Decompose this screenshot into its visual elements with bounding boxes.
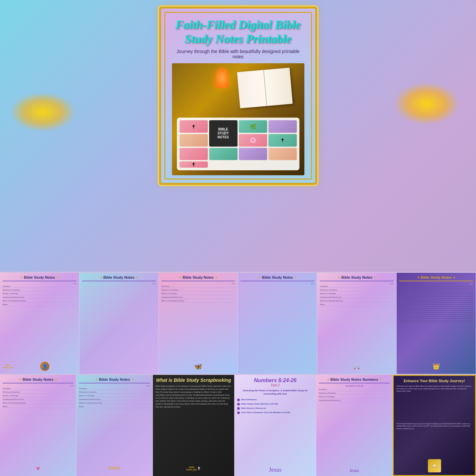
bullet-text-3: Bible History & Resources <box>241 407 266 409</box>
numbers-title: Numbers 6:24-26 <box>237 378 313 383</box>
bsn-title-6: ✦ Bible Study Notes ✦ <box>399 275 473 281</box>
thumbnail-1: ✦ Bible Study Notes ✦ Time Scripture Ref… <box>0 273 79 374</box>
footer-2 <box>82 361 156 371</box>
crown-icon: 👑 <box>433 363 440 370</box>
hearing-field-8: When I'm Hearing God Say <box>79 402 150 405</box>
bullet-dot-3 <box>237 407 240 410</box>
time-label-8: Time <box>79 385 150 387</box>
thumbnail-7: ✦ Bible Study Notes ✦ Time Scripture Ref… <box>0 375 76 476</box>
words-field-8: Words or Feelings <box>79 395 150 397</box>
main-product-card: Faith-Filled Digital Bible Study Notes P… <box>159 7 317 185</box>
bullet-2: Bible Chapter Notes (Numbers 6:24-26) <box>237 403 313 406</box>
name-field-1: Name <box>3 303 76 306</box>
lines-7 <box>3 409 73 463</box>
name-field-8: Name <box>79 406 150 408</box>
enhance-text-1: Understand and apply the Bible without t… <box>396 385 472 419</box>
bsn-title-1: ✦ Bible Study Notes ✦ <box>3 275 76 281</box>
bsn-title-3: ✦ Bible Study Notes ✦ <box>161 275 235 281</box>
god-loves-you-9: GODloves you <box>186 466 197 471</box>
note-card-blank5 <box>268 148 297 160</box>
supp-field-8: Supplemental Resources <box>79 398 150 401</box>
note-card-lines1 <box>180 134 208 147</box>
supp-field-11: Supplemental Resources <box>319 399 390 402</box>
thumbnail-row-1: ✦ Bible Study Notes ✦ Time Scripture Ref… <box>0 272 476 374</box>
time-label-6: Time <box>399 283 473 285</box>
note-card-cross2: ✝ <box>268 134 297 147</box>
note-card-flower: 🌸 <box>239 134 267 147</box>
warrior-icon: ⚔️ <box>353 363 360 370</box>
time-label-7: Time <box>3 385 73 387</box>
bsn-card-4: ✦ Bible Study Notes ✦ Time <box>238 273 317 374</box>
note-card-blank1 <box>268 120 297 133</box>
enhance-text-2: All of the information that you and you'… <box>396 423 472 457</box>
butterfly-icon: 🦋 <box>194 362 202 370</box>
glitter-decoration-left <box>10 92 76 132</box>
bsn-card-8: ✦ Bible Study Notes ✦ Time Scripture Ref… <box>76 375 153 476</box>
lines-4 <box>240 285 314 361</box>
scrapbook-text: Bible Study scrapbook is the practice of… <box>155 385 232 463</box>
thumbnail-8: ✦ Bible Study Notes ✦ Time Scripture Ref… <box>76 375 153 476</box>
thumbnail-10-numbers: Numbers 6:24-26 Part 2 Unlocking the Pow… <box>235 375 316 476</box>
thumbnail-3: ✦ Bible Study Notes ✦ Time Scripture Ref… <box>159 273 238 374</box>
lines-2 <box>82 285 156 361</box>
words-field-7: Words or Feelings <box>3 395 73 397</box>
footer-11: Jesus <box>319 463 390 473</box>
main-product-title: Faith-Filled Digital Bible Study Notes P… <box>172 18 304 46</box>
numbers-ref-11: Numbers 6:24-26 <box>319 385 390 387</box>
bullet-text-1: Word Definitions <box>241 398 257 401</box>
bullet-1: Word Definitions <box>237 398 313 401</box>
thumbnail-9-scrapbook: What is Bible Study Scrapbooking Bible S… <box>153 375 235 476</box>
enhance-footer: 📖 <box>396 459 472 472</box>
ref-field-3: Reference Scripture <box>161 289 235 292</box>
bsn-title-8: ✦ Bible Study Notes ✦ <box>79 378 150 383</box>
supp-field-1: Supplemental Resources <box>3 296 76 299</box>
bullet-text-2: Bible Chapter Notes (Numbers 6:24-26) <box>241 403 278 405</box>
footer-9: GODloves you ✝ <box>155 463 232 473</box>
main-card-inner: Faith-Filled Digital Bible Study Notes P… <box>164 12 312 180</box>
bullet-text-4: God's Plan to Empower Your Life (Numbers… <box>241 411 290 414</box>
star-left-1: ✦ <box>20 276 23 279</box>
note-card-cross3: ✝ <box>180 161 208 168</box>
footer-4 <box>240 361 314 371</box>
enhance-title: Enhance Your Bible Study Journey! <box>396 378 472 383</box>
time-label-1: Time <box>3 283 76 285</box>
lines-1 <box>3 307 76 361</box>
bsn-card-11: ✦ Bible Study Notes Numbers ✦ Numbers 6:… <box>316 375 392 476</box>
notes-grid-display: ✝ BIBLESTUDYNOTES 🌿 🌸 ✝ ✝ <box>177 118 299 170</box>
bsn-title-2: ✦ Bible Study Notes ✦ <box>82 275 156 281</box>
bullet-dot-4 <box>237 411 240 414</box>
glitter-decoration-right <box>394 82 460 125</box>
bullet-dot-1 <box>237 399 240 401</box>
time-label-2: Time <box>82 283 156 285</box>
scripture-field-5: Scripture <box>320 285 394 288</box>
thumbnail-11: ✦ Bible Study Notes Numbers ✦ Numbers 6:… <box>316 375 393 476</box>
numbers-subtitle: Unlocking the Power of Scripture: A Guid… <box>237 389 313 396</box>
lines-11 <box>319 403 390 463</box>
person-icon-1: 👤 <box>40 362 49 371</box>
note-card-blank2 <box>180 148 208 160</box>
bullet-3: Bible History & Resources <box>237 407 313 410</box>
words-field-5: Words or Feelings <box>320 293 394 295</box>
numbers-part: Part 2 <box>237 383 313 387</box>
lines-6 <box>399 285 473 361</box>
bsn-card-2: ✦ Bible Study Notes ✦ Time <box>79 273 158 374</box>
jesus-sig-11: Jesus <box>350 468 359 473</box>
bsn-card-3: ✦ Bible Study Notes ✦ Time Scripture Ref… <box>159 273 238 374</box>
supp-field-3: Supplemental Resources <box>161 296 235 299</box>
bsn-title-7: ✦ Bible Study Notes ✦ <box>3 378 73 383</box>
hearing-field-1: When I'm Hearing God Say <box>3 300 76 302</box>
scripture-field-11: Scripture <box>319 388 390 391</box>
scripture-field-8: Scripture <box>79 387 150 390</box>
heart-icon-7: ♥ <box>36 465 40 472</box>
note-card-cross1: ✝ <box>180 120 208 133</box>
enhance-product-thumb: 📖 <box>428 459 441 472</box>
scripture-field-1: Scripture <box>3 285 76 288</box>
words-field-11: Words or Feelings <box>319 396 390 398</box>
footer-6: 👑 <box>399 361 473 371</box>
thumbnail-row-2: ✦ Bible Study Notes ✦ Time Scripture Ref… <box>0 374 476 476</box>
footer-5: ⚔️ <box>320 361 394 371</box>
note-card-blank3 <box>209 148 238 160</box>
notes-center-label: BIBLESTUDYNOTES <box>209 120 238 146</box>
note-card-blank4 <box>239 148 267 160</box>
words-field-3: Words or Feelings <box>161 293 235 295</box>
